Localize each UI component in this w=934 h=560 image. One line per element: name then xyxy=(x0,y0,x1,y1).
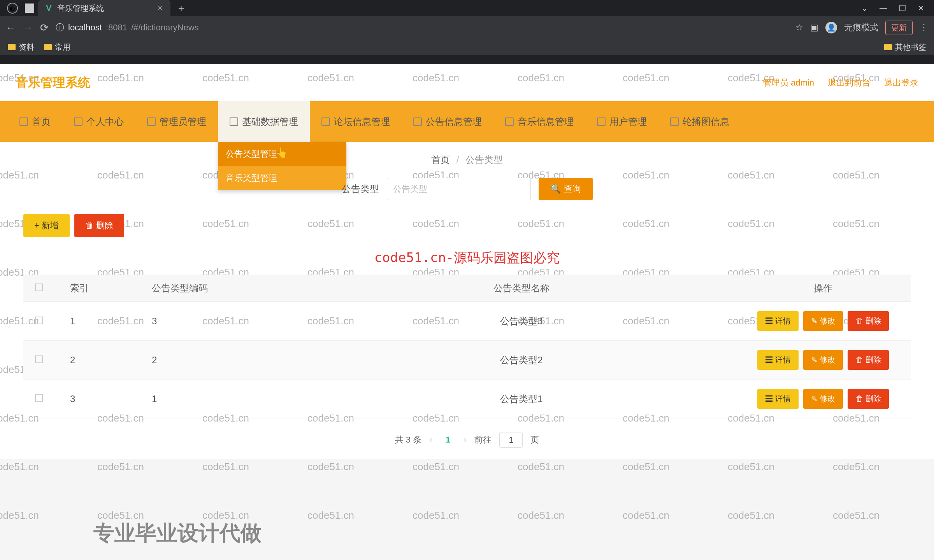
delete-button[interactable]: 🗑 删除 xyxy=(848,389,889,409)
delete-button[interactable]: 🗑 删除 xyxy=(848,311,889,331)
update-button[interactable]: 更新 xyxy=(885,21,913,35)
pagination: 共 3 条 ‹ 1 › 前往 页 xyxy=(23,432,911,448)
cell-name: 公告类型1 xyxy=(307,393,736,405)
menu-dots-icon[interactable]: ⋮ xyxy=(920,23,928,33)
nav-icon xyxy=(670,117,679,126)
edit-button[interactable]: ✎ 修改 xyxy=(803,311,843,331)
page-prev[interactable]: ‹ xyxy=(429,434,432,445)
url-input[interactable]: ⓘ localhost:8081/#/dictionaryNews xyxy=(56,22,788,33)
app-header: 音乐管理系统 管理员 admin 退出到前台 退出登录 xyxy=(0,64,934,101)
url-host: localhost xyxy=(68,23,102,33)
reload-button[interactable]: ⟳ xyxy=(40,22,49,34)
chevron-down-icon[interactable]: ⌄ xyxy=(861,4,868,13)
nav-icon xyxy=(413,117,422,126)
browser-tab-active[interactable]: V 音乐管理系统 × xyxy=(38,0,170,16)
browser-chrome: ◐ V 音乐管理系统 × + ⌄ — ❐ ✕ ← → ⟳ ⓘ localhost… xyxy=(0,0,934,64)
add-button[interactable]: + 新增 xyxy=(23,214,70,237)
delete-button[interactable]: 🗑 删除 xyxy=(848,350,889,370)
col-code: 公告类型编码 xyxy=(152,282,307,294)
page-total: 共 3 条 xyxy=(395,434,421,446)
link-logout[interactable]: 退出登录 xyxy=(884,77,918,89)
nav-icon xyxy=(19,117,28,126)
detail-button[interactable]: ☰ 详情 xyxy=(757,311,799,331)
header-user: 管理员 admin xyxy=(763,77,814,89)
minimize-icon[interactable]: — xyxy=(880,4,887,13)
search-input[interactable] xyxy=(387,178,531,200)
incognito-icon: 👤 xyxy=(825,22,837,33)
breadcrumb: 首页 / 公告类型 xyxy=(23,154,911,166)
detail-button[interactable]: ☰ 详情 xyxy=(757,350,799,370)
tab-title: 音乐管理系统 xyxy=(57,3,152,14)
table-row: 31公告类型1☰ 详情✎ 修改🗑 删除 xyxy=(23,380,911,418)
cell-name: 公告类型2 xyxy=(307,354,736,366)
search-row: 公告类型 🔍查询 xyxy=(23,178,911,200)
bookmark-item[interactable]: 常用 xyxy=(44,42,70,52)
action-row: + 新增 🗑 删除 xyxy=(23,214,911,237)
window-controls: ⌄ — ❐ ✕ xyxy=(861,4,934,13)
link-frontend[interactable]: 退出到前台 xyxy=(828,77,871,89)
page-current[interactable]: 1 xyxy=(440,432,456,447)
maximize-icon[interactable]: ❐ xyxy=(899,4,906,13)
data-table: 索引 公告类型编码 公告类型名称 操作 13公告类型3☰ 详情✎ 修改🗑 删除2… xyxy=(23,275,911,418)
bookmark-item[interactable]: 资料 xyxy=(8,42,34,52)
folder-icon xyxy=(8,44,16,50)
goto-prefix: 前往 xyxy=(474,434,492,446)
select-all-checkbox[interactable] xyxy=(35,284,43,291)
nav-item-6[interactable]: 音乐信息管理 xyxy=(493,101,585,142)
nav-item-3[interactable]: 基础数据管理公告类型管理👆音乐类型管理 xyxy=(218,101,310,142)
nav-item-8[interactable]: 轮播图信息 xyxy=(658,101,741,142)
col-name: 公告类型名称 xyxy=(307,282,736,294)
tab-preview-icon[interactable] xyxy=(25,4,34,13)
cell-code: 1 xyxy=(152,394,307,404)
content-area: 首页 / 公告类型 公告类型 🔍查询 + 新增 🗑 删除 code51.cn-源… xyxy=(0,142,934,459)
forward-button[interactable]: → xyxy=(23,22,33,34)
nav-menu: 首页个人中心管理员管理基础数据管理公告类型管理👆音乐类型管理论坛信息管理公告信息… xyxy=(0,101,934,142)
tab-close-icon[interactable]: × xyxy=(158,3,163,13)
cell-index: 2 xyxy=(54,355,152,366)
breadcrumb-home[interactable]: 首页 xyxy=(431,154,450,165)
page-next[interactable]: › xyxy=(463,434,467,445)
edit-button[interactable]: ✎ 修改 xyxy=(803,350,843,370)
app-menu-icon[interactable]: ◐ xyxy=(7,3,18,14)
goto-suffix: 页 xyxy=(530,434,539,446)
row-checkbox[interactable] xyxy=(35,394,43,402)
extension-icon[interactable]: ▣ xyxy=(810,23,818,33)
tab-bar: ◐ V 音乐管理系统 × + ⌄ — ❐ ✕ xyxy=(0,0,934,16)
bookmark-other[interactable]: 其他书签 xyxy=(884,42,926,52)
nav-item-5[interactable]: 公告信息管理 xyxy=(402,101,493,142)
detail-button[interactable]: ☰ 详情 xyxy=(757,389,799,409)
edit-button[interactable]: ✎ 修改 xyxy=(803,389,843,409)
cell-index: 3 xyxy=(54,394,152,404)
bookmark-bar: 资料 常用 其他书签 xyxy=(0,39,934,55)
cell-index: 1 xyxy=(54,316,152,327)
nav-item-2[interactable]: 管理员管理 xyxy=(135,101,218,142)
close-window-icon[interactable]: ✕ xyxy=(918,4,924,13)
nav-icon xyxy=(505,117,514,126)
nav-item-0[interactable]: 首页 xyxy=(8,101,62,142)
folder-icon xyxy=(884,44,892,50)
search-button[interactable]: 🔍查询 xyxy=(539,178,593,200)
row-checkbox[interactable] xyxy=(35,355,43,363)
star-icon[interactable]: ☆ xyxy=(795,23,803,33)
nav-item-1[interactable]: 个人中心 xyxy=(62,101,135,142)
cell-name: 公告类型3 xyxy=(307,315,736,327)
table-row: 13公告类型3☰ 详情✎ 修改🗑 删除 xyxy=(23,302,911,341)
footer-ad-text: 专业毕业设计代做 xyxy=(93,519,262,548)
col-index: 索引 xyxy=(54,282,152,294)
folder-icon xyxy=(44,44,52,50)
col-ops: 操作 xyxy=(736,282,911,294)
goto-input[interactable] xyxy=(499,432,523,448)
search-label: 公告类型 xyxy=(342,183,379,195)
watermark-main: code51.cn-源码乐园盗图必究 xyxy=(23,249,911,267)
new-tab-button[interactable]: + xyxy=(178,2,184,14)
vue-icon: V xyxy=(46,3,52,13)
breadcrumb-current: 公告类型 xyxy=(465,154,503,165)
delete-batch-button[interactable]: 🗑 删除 xyxy=(74,214,124,237)
table-row: 22公告类型2☰ 详情✎ 修改🗑 删除 xyxy=(23,341,911,380)
nav-item-4[interactable]: 论坛信息管理 xyxy=(310,101,402,142)
incognito-label: 无痕模式 xyxy=(844,22,878,33)
row-checkbox[interactable] xyxy=(35,317,43,324)
nav-item-7[interactable]: 用户管理 xyxy=(585,101,658,142)
back-button[interactable]: ← xyxy=(6,22,16,34)
nav-icon xyxy=(147,117,156,126)
